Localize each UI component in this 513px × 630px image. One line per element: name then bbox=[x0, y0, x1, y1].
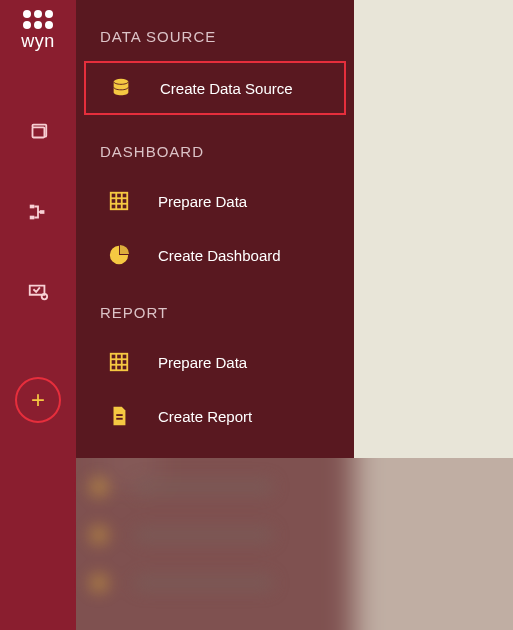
svg-rect-12 bbox=[111, 354, 128, 371]
menu-item-report-prepare-data[interactable]: Prepare Data bbox=[84, 337, 346, 387]
menu-item-label: Prepare Data bbox=[158, 354, 247, 371]
section-header-data-source: DATA SOURCE bbox=[76, 18, 354, 57]
logo-text: wyn bbox=[21, 31, 55, 52]
pie-chart-icon bbox=[108, 244, 130, 266]
tree-icon bbox=[27, 201, 49, 223]
menu-item-label: Create Report bbox=[158, 408, 252, 425]
menu-item-label: Prepare Data bbox=[158, 193, 247, 210]
svg-rect-18 bbox=[116, 418, 122, 420]
section-header-dashboard: DASHBOARD bbox=[76, 133, 354, 172]
svg-rect-3 bbox=[40, 210, 45, 214]
menu-item-create-report[interactable]: Create Report bbox=[84, 391, 346, 441]
rail-icon-monitor[interactable] bbox=[0, 252, 76, 332]
svg-point-4 bbox=[42, 294, 47, 300]
menu-item-label: Create Data Source bbox=[160, 80, 293, 97]
add-button[interactable]: + bbox=[15, 377, 61, 423]
layers-icon bbox=[27, 121, 49, 143]
document-icon bbox=[108, 405, 130, 427]
svg-rect-0 bbox=[33, 127, 45, 137]
svg-rect-17 bbox=[116, 414, 122, 416]
svg-rect-7 bbox=[111, 193, 128, 210]
menu-item-dashboard-prepare-data[interactable]: Prepare Data bbox=[84, 176, 346, 226]
blurred-content-hint bbox=[90, 478, 493, 620]
grid-icon bbox=[108, 351, 130, 373]
rail-icon-tree[interactable] bbox=[0, 172, 76, 252]
monitor-alert-icon bbox=[27, 281, 49, 303]
logo-dots-icon bbox=[23, 10, 53, 29]
svg-rect-1 bbox=[30, 205, 35, 209]
menu-item-create-dashboard[interactable]: Create Dashboard bbox=[84, 230, 346, 280]
rail-icon-documents[interactable] bbox=[0, 92, 76, 172]
section-header-report: REPORT bbox=[76, 294, 354, 333]
database-icon bbox=[110, 77, 132, 99]
menu-item-label: Create Dashboard bbox=[158, 247, 281, 264]
menu-item-create-data-source[interactable]: Create Data Source bbox=[84, 61, 346, 115]
grid-icon bbox=[108, 190, 130, 212]
svg-rect-2 bbox=[30, 216, 35, 220]
left-rail: wyn bbox=[0, 0, 76, 630]
logo: wyn bbox=[21, 10, 55, 52]
plus-icon: + bbox=[31, 388, 45, 412]
